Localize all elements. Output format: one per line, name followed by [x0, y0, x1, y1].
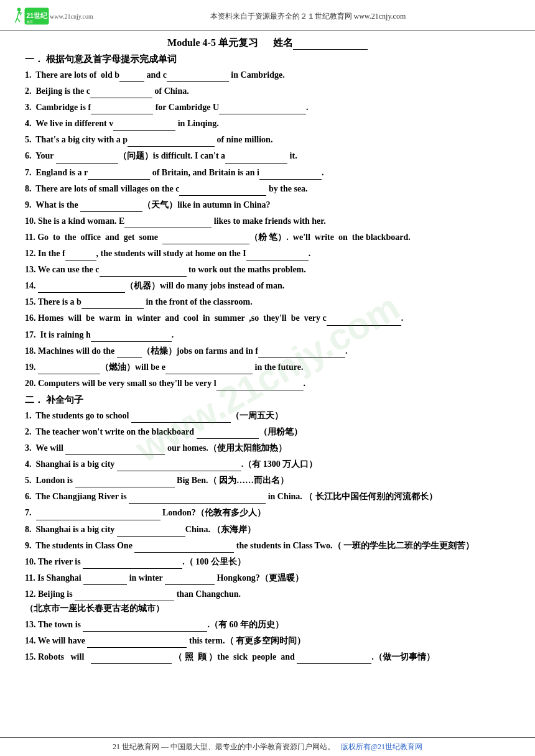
- q2-6: 6. The Changjiang River is in China. （ 长…: [25, 489, 510, 504]
- q2-1: 1. The students go to school （一周五天）: [25, 408, 510, 423]
- footer-link[interactable]: 版权所有@21世纪教育网: [341, 742, 422, 752]
- q1-19: 19. （燃油）will be e in the future.: [25, 360, 510, 374]
- page-footer: 21 世纪教育网 — 中国最大型、最专业的中小学教育资源门户网站。 版权所有@2…: [0, 737, 535, 756]
- logo-icon: 21世纪 教育: [12, 5, 50, 27]
- q1-4: 4. We live in different v in Linqing.: [25, 116, 510, 131]
- q1-11: 11. Go to the office and get some （粉 笔）.…: [25, 230, 510, 244]
- q2-8: 8. Shanghai is a big city China. （东海岸）: [25, 522, 510, 537]
- q1-7: 7. England is a r of Britain, and Britai…: [25, 165, 510, 180]
- q1-20: 20. Computers will be very small so they…: [25, 376, 510, 390]
- logo-subtext: www.21cnjy.com: [50, 13, 93, 20]
- q2-12: 12. Beijing is than Changchun.（北京市一座比长春更…: [25, 587, 510, 615]
- q2-13: 13. The town is .（有 60 年的历史）: [25, 617, 510, 632]
- main-content: Module 4-5 单元复习 姓名 一． 根据句意及首字母提示完成单词 1. …: [0, 30, 535, 672]
- q1-10: 10. She is a kind woman. E likes to make…: [25, 214, 510, 228]
- svg-text:教育: 教育: [27, 20, 33, 24]
- questions-section1: 1. There are lots of old b and c in Camb…: [25, 68, 510, 390]
- svg-line-1: [17, 12, 19, 19]
- q1-5: 5. That's a big city with a p of nine mi…: [25, 132, 510, 147]
- q1-18: 18. Machines will do the （枯燥）jobs on far…: [25, 344, 510, 358]
- module-title: Module 4-5 单元复习 姓名: [25, 37, 510, 50]
- q2-5: 5. London is Big Ben.（ 因为……而出名）: [25, 473, 510, 487]
- q1-3: 3. Cambridge is f for Cambridge U.: [25, 100, 510, 114]
- q2-4: 4. Shanghai is a big city .（有 1300 万人口）: [25, 457, 510, 471]
- logo-area: 21世纪 教育 www.21cnjy.com: [12, 5, 93, 27]
- svg-line-3: [16, 18, 17, 23]
- q2-14: 14. We will have this term.（ 有更多空闲时间）: [25, 634, 510, 648]
- svg-line-4: [17, 18, 21, 22]
- q1-9: 9. What is the （天气）like in autumn in Chi…: [25, 198, 510, 212]
- q1-12: 12. In the f, the students will study at…: [25, 246, 510, 260]
- q2-3: 3. We will our homes.（使用太阳能加热）: [25, 441, 510, 455]
- q1-16: 16. Homes will be warm in winter and coo…: [25, 311, 510, 325]
- q1-2: 2. Beijing is the c of China.: [25, 84, 510, 98]
- q1-1: 1. There are lots of old b and c in Camb…: [25, 68, 510, 82]
- q1-13: 13. We can use the c to work out the mat…: [25, 262, 510, 277]
- svg-text:21世纪: 21世纪: [27, 12, 49, 19]
- svg-point-0: [17, 8, 21, 12]
- q1-17: 17. It is raining h.: [25, 328, 510, 342]
- q1-8: 8. There are lots of small villages on t…: [25, 182, 510, 196]
- q2-11: 11. Is Shanghai in winter Hongkong?（更温暖）: [25, 571, 510, 585]
- q1-6: 6. Your （问题）is difficult. I can't a it.: [25, 149, 510, 163]
- questions-section2: 1. The students go to school （一周五天） 2. T…: [25, 408, 510, 665]
- q1-14: 14. （机器）will do many jobs instead of man…: [25, 279, 510, 293]
- q2-10: 10. The river is .（ 100 公里长）: [25, 555, 510, 569]
- q2-7: 7. London?（伦敦有多少人）: [25, 505, 510, 520]
- section1-title: 一． 根据句意及首字母提示完成单词: [25, 53, 510, 65]
- footer-text: 21 世纪教育网 — 中国最大型、最专业的中小学教育资源门户网站。: [113, 742, 335, 752]
- q1-15: 15. There is a b in the front of the cla…: [25, 295, 510, 309]
- section2-title: 二． 补全句子: [25, 394, 510, 406]
- q2-2: 2. The teacher won't write on the blackb…: [25, 425, 510, 439]
- q2-9: 9. The students in Class One the student…: [25, 538, 510, 553]
- q2-15: 15. Robots will （ 照 顾 ）the sick people a…: [25, 650, 510, 664]
- page-header: 21世纪 教育 www.21cnjy.com 本资料来自于资源最齐全的２１世纪教…: [0, 0, 535, 30]
- header-tagline: 本资料来自于资源最齐全的２１世纪教育网 www.21cnjy.com: [93, 11, 523, 22]
